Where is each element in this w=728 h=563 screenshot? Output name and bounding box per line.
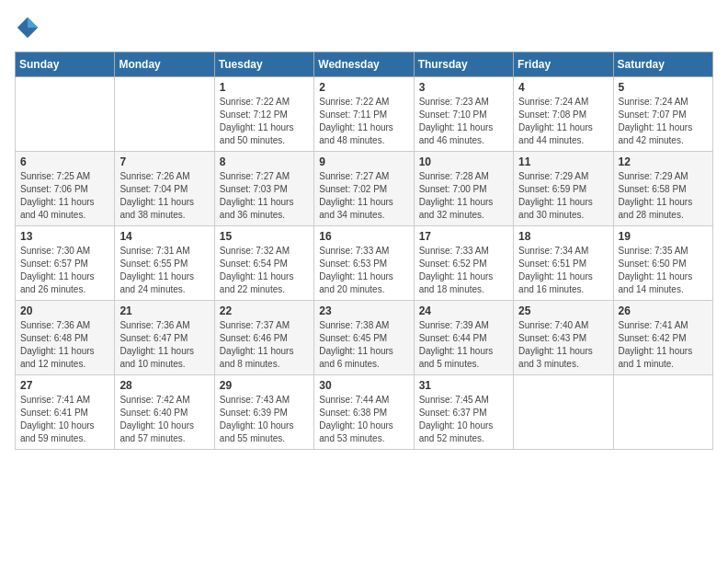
weekday-header: Saturday [613,52,712,77]
day-number: 19 [619,230,708,243]
day-info: Sunrise: 7:33 AM Sunset: 6:52 PM Dayligh… [419,245,508,296]
day-info: Sunrise: 7:40 AM Sunset: 6:43 PM Dayligh… [518,319,608,371]
calendar-cell: 20Sunrise: 7:36 AM Sunset: 6:48 PM Dayli… [16,301,115,375]
calendar-cell: 19Sunrise: 7:35 AM Sunset: 6:50 PM Dayli… [613,226,712,301]
day-number: 23 [319,304,408,317]
day-info: Sunrise: 7:27 AM Sunset: 7:03 PM Dayligh… [220,170,309,222]
day-info: Sunrise: 7:44 AM Sunset: 6:38 PM Dayligh… [319,394,408,445]
day-number: 2 [319,81,408,94]
day-info: Sunrise: 7:24 AM Sunset: 7:07 PM Dayligh… [619,96,708,147]
calendar-cell [613,375,712,450]
day-info: Sunrise: 7:25 AM Sunset: 7:06 PM Dayligh… [20,170,109,222]
calendar-cell: 24Sunrise: 7:39 AM Sunset: 6:44 PM Dayli… [414,301,513,375]
day-number: 15 [220,230,309,243]
day-info: Sunrise: 7:35 AM Sunset: 6:50 PM Dayligh… [619,245,708,296]
calendar-cell: 4Sunrise: 7:24 AM Sunset: 7:08 PM Daylig… [514,77,613,152]
calendar-cell: 29Sunrise: 7:43 AM Sunset: 6:39 PM Dayli… [214,375,313,450]
day-number: 28 [119,379,209,392]
day-info: Sunrise: 7:27 AM Sunset: 7:02 PM Dayligh… [319,170,408,222]
calendar-cell: 17Sunrise: 7:33 AM Sunset: 6:52 PM Dayli… [414,226,513,301]
day-number: 17 [419,230,508,243]
day-number: 12 [619,155,708,168]
day-number: 6 [20,155,109,168]
day-info: Sunrise: 7:31 AM Sunset: 6:55 PM Dayligh… [119,245,209,296]
day-info: Sunrise: 7:41 AM Sunset: 6:42 PM Dayligh… [619,319,708,371]
day-info: Sunrise: 7:43 AM Sunset: 6:39 PM Dayligh… [220,394,309,445]
day-info: Sunrise: 7:23 AM Sunset: 7:10 PM Dayligh… [419,96,508,147]
day-info: Sunrise: 7:28 AM Sunset: 7:00 PM Dayligh… [419,170,508,222]
day-number: 20 [20,304,109,317]
calendar-cell: 9Sunrise: 7:27 AM Sunset: 7:02 PM Daylig… [314,152,414,226]
day-number: 13 [20,230,109,243]
weekday-header: Monday [115,52,214,77]
day-info: Sunrise: 7:32 AM Sunset: 6:54 PM Dayligh… [220,245,309,296]
calendar-cell: 15Sunrise: 7:32 AM Sunset: 6:54 PM Dayli… [214,226,313,301]
day-number: 4 [518,81,608,94]
day-number: 27 [20,379,109,392]
day-number: 3 [419,81,508,94]
logo-icon [15,15,40,40]
day-info: Sunrise: 7:30 AM Sunset: 6:57 PM Dayligh… [20,245,109,296]
calendar-cell: 26Sunrise: 7:41 AM Sunset: 6:42 PM Dayli… [613,301,712,375]
day-info: Sunrise: 7:22 AM Sunset: 7:11 PM Dayligh… [319,96,408,147]
day-info: Sunrise: 7:41 AM Sunset: 6:41 PM Dayligh… [20,394,109,445]
day-number: 25 [518,304,608,317]
day-number: 26 [619,304,708,317]
weekday-header: Wednesday [314,52,414,77]
day-info: Sunrise: 7:39 AM Sunset: 6:44 PM Dayligh… [419,319,508,371]
day-number: 31 [419,379,508,392]
calendar-cell: 6Sunrise: 7:25 AM Sunset: 7:06 PM Daylig… [16,152,115,226]
day-info: Sunrise: 7:29 AM Sunset: 6:59 PM Dayligh… [518,170,608,222]
day-number: 11 [518,155,608,168]
day-number: 22 [220,304,309,317]
day-info: Sunrise: 7:38 AM Sunset: 6:45 PM Dayligh… [319,319,408,371]
calendar-cell: 8Sunrise: 7:27 AM Sunset: 7:03 PM Daylig… [214,152,313,226]
day-number: 8 [220,155,309,168]
calendar-week-row: 1Sunrise: 7:22 AM Sunset: 7:12 PM Daylig… [16,77,713,152]
day-number: 14 [119,230,209,243]
calendar-week-row: 27Sunrise: 7:41 AM Sunset: 6:41 PM Dayli… [16,375,713,450]
day-number: 16 [319,230,408,243]
day-number: 7 [119,155,209,168]
calendar-cell: 13Sunrise: 7:30 AM Sunset: 6:57 PM Dayli… [16,226,115,301]
calendar-cell: 16Sunrise: 7:33 AM Sunset: 6:53 PM Dayli… [314,226,414,301]
day-number: 18 [518,230,608,243]
weekday-header: Friday [514,52,613,77]
day-info: Sunrise: 7:24 AM Sunset: 7:08 PM Dayligh… [518,96,608,147]
calendar-cell: 30Sunrise: 7:44 AM Sunset: 6:38 PM Dayli… [314,375,414,450]
day-info: Sunrise: 7:36 AM Sunset: 6:48 PM Dayligh… [20,319,109,371]
page-header [15,15,713,40]
logo [15,15,46,40]
day-number: 9 [319,155,408,168]
day-number: 29 [220,379,309,392]
day-info: Sunrise: 7:22 AM Sunset: 7:12 PM Dayligh… [220,96,309,147]
calendar-week-row: 13Sunrise: 7:30 AM Sunset: 6:57 PM Dayli… [16,226,713,301]
weekday-header: Tuesday [214,52,313,77]
day-info: Sunrise: 7:34 AM Sunset: 6:51 PM Dayligh… [518,245,608,296]
calendar-cell: 22Sunrise: 7:37 AM Sunset: 6:46 PM Dayli… [214,301,313,375]
day-number: 21 [119,304,209,317]
day-number: 10 [419,155,508,168]
calendar-cell: 7Sunrise: 7:26 AM Sunset: 7:04 PM Daylig… [115,152,214,226]
svg-marker-1 [28,17,38,28]
day-number: 1 [220,81,309,94]
day-info: Sunrise: 7:45 AM Sunset: 6:37 PM Dayligh… [419,394,508,445]
day-info: Sunrise: 7:36 AM Sunset: 6:47 PM Dayligh… [119,319,209,371]
day-info: Sunrise: 7:26 AM Sunset: 7:04 PM Dayligh… [119,170,209,222]
calendar-cell: 21Sunrise: 7:36 AM Sunset: 6:47 PM Dayli… [115,301,214,375]
calendar-week-row: 6Sunrise: 7:25 AM Sunset: 7:06 PM Daylig… [16,152,713,226]
day-number: 5 [619,81,708,94]
calendar-cell: 11Sunrise: 7:29 AM Sunset: 6:59 PM Dayli… [514,152,613,226]
calendar-cell: 27Sunrise: 7:41 AM Sunset: 6:41 PM Dayli… [16,375,115,450]
calendar-cell [16,77,115,152]
weekday-header: Thursday [414,52,513,77]
day-number: 30 [319,379,408,392]
calendar-cell: 31Sunrise: 7:45 AM Sunset: 6:37 PM Dayli… [414,375,513,450]
day-info: Sunrise: 7:29 AM Sunset: 6:58 PM Dayligh… [619,170,708,222]
calendar-cell: 2Sunrise: 7:22 AM Sunset: 7:11 PM Daylig… [314,77,414,152]
calendar-cell: 10Sunrise: 7:28 AM Sunset: 7:00 PM Dayli… [414,152,513,226]
calendar-header: SundayMondayTuesdayWednesdayThursdayFrid… [16,52,713,77]
calendar-cell [115,77,214,152]
calendar-cell: 3Sunrise: 7:23 AM Sunset: 7:10 PM Daylig… [414,77,513,152]
calendar-cell: 5Sunrise: 7:24 AM Sunset: 7:07 PM Daylig… [613,77,712,152]
